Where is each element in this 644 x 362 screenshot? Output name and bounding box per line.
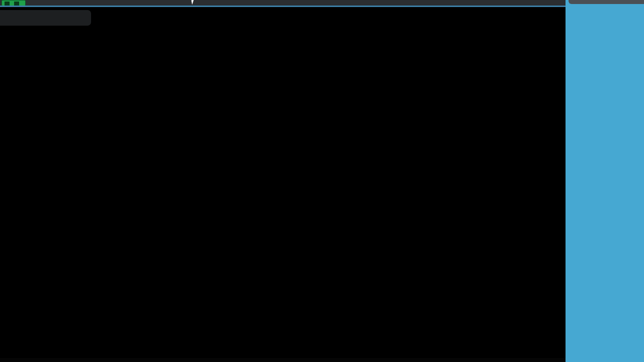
top-bar-divider xyxy=(0,6,566,7)
analyzer-screen xyxy=(0,0,644,362)
status-badge-icon xyxy=(2,0,26,6)
trace-type-dropdown[interactable] xyxy=(0,10,91,26)
partial-menu-button[interactable] xyxy=(569,0,644,4)
density-colorbar xyxy=(556,42,564,338)
trace-type-label xyxy=(0,14,3,22)
spectrum-density-plot xyxy=(22,42,555,338)
settings-top-bar xyxy=(0,0,566,6)
bottom-taskbar xyxy=(0,358,566,362)
frequency-menu-panel xyxy=(566,0,644,362)
